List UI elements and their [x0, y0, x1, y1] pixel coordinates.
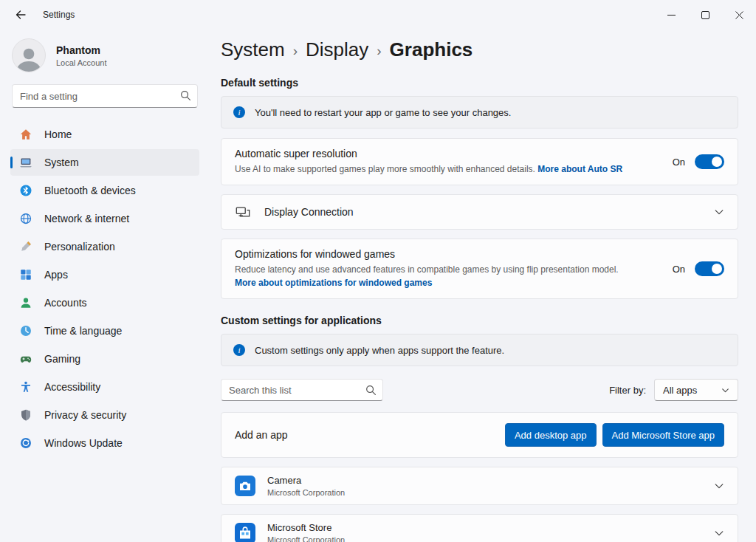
restart-info-banner: You'll need to restart your app or game … — [221, 96, 738, 128]
add-store-app-button[interactable]: Add Microsoft Store app — [602, 423, 724, 447]
auto-sr-description: Use AI to make supported games play more… — [235, 164, 535, 174]
sidebar-item-accounts[interactable]: Accounts — [10, 289, 199, 316]
apps-grid-icon — [19, 268, 32, 281]
app-list-search-input[interactable] — [221, 379, 383, 401]
app-row-camera[interactable]: Camera Microsoft Corporation — [221, 467, 738, 505]
close-button[interactable] — [722, 0, 756, 30]
shield-icon — [19, 408, 32, 422]
accounts-person-icon — [19, 296, 32, 309]
user-name: Phantom — [56, 44, 107, 56]
minimize-button[interactable] — [654, 0, 688, 30]
display-connection-title: Display Connection — [264, 206, 701, 218]
sidebar-item-accessibility[interactable]: Accessibility — [10, 374, 199, 400]
system-icon — [19, 156, 32, 169]
breadcrumb-system[interactable]: System — [221, 38, 285, 61]
sidebar-item-label: Privacy & security — [44, 409, 126, 421]
optimizations-title: Optimizations for windowed games — [235, 248, 655, 260]
auto-sr-card: Automatic super resolution Use AI to mak… — [221, 138, 738, 185]
window-title: Settings — [43, 10, 75, 20]
sidebar-item-privacy[interactable]: Privacy & security — [10, 402, 199, 428]
display-connection-card[interactable]: Display Connection — [221, 194, 738, 230]
close-icon — [735, 11, 743, 19]
chevron-down-icon[interactable] — [714, 207, 724, 217]
info-icon — [233, 106, 245, 118]
update-arrows-icon — [19, 436, 32, 450]
custom-settings-banner: Custom settings only apply when apps sup… — [221, 334, 738, 366]
sidebar-nav: Home System Bluetooth & devices Network … — [10, 121, 199, 456]
chevron-down-icon — [721, 386, 729, 394]
auto-sr-toggle[interactable] — [695, 154, 724, 169]
person-icon — [14, 44, 44, 72]
sidebar-item-label: System — [44, 157, 79, 168]
maximize-icon — [701, 11, 709, 19]
brush-icon — [19, 240, 32, 253]
arrow-left-icon — [15, 9, 27, 21]
back-button[interactable] — [7, 4, 34, 26]
sidebar: Phantom Local Account Home System Blueto… — [0, 30, 210, 542]
optimizations-more-link[interactable]: More about optimizations for windowed ga… — [235, 278, 432, 288]
add-app-card: Add an app Add desktop app Add Microsoft… — [221, 412, 738, 458]
auto-sr-title: Automatic super resolution — [235, 148, 655, 159]
sidebar-item-home[interactable]: Home — [10, 121, 199, 148]
auto-sr-more-link[interactable]: More about Auto SR — [537, 164, 622, 174]
chevron-down-icon[interactable] — [714, 481, 724, 491]
sidebar-item-label: Personalization — [44, 241, 115, 253]
sidebar-item-label: Gaming — [44, 353, 80, 365]
maximize-button[interactable] — [688, 0, 722, 30]
breadcrumb-separator: › — [293, 41, 298, 59]
optimizations-card: Optimizations for windowed games Reduce … — [221, 239, 738, 299]
optimizations-toggle[interactable] — [695, 261, 724, 276]
custom-settings-banner-text: Custom settings only apply when apps sup… — [255, 345, 504, 356]
settings-search-input[interactable] — [12, 84, 198, 108]
sidebar-item-system[interactable]: System — [10, 149, 199, 176]
add-desktop-app-button[interactable]: Add desktop app — [505, 423, 597, 447]
chevron-down-icon[interactable] — [714, 528, 724, 538]
avatar — [12, 38, 46, 72]
app-list-controls: Filter by: All apps — [221, 379, 738, 401]
optimizations-description: Reduce latency and use advanced features… — [235, 264, 619, 275]
breadcrumb-graphics: Graphics — [390, 38, 473, 61]
main-content: System › Display › Graphics Default sett… — [210, 30, 756, 542]
accessibility-person-icon — [19, 380, 32, 394]
game-controller-icon — [19, 352, 32, 366]
sidebar-item-label: Time & language — [44, 325, 122, 337]
sidebar-item-network[interactable]: Network & internet — [10, 205, 199, 232]
titlebar: Settings — [0, 0, 756, 30]
sidebar-item-bluetooth[interactable]: Bluetooth & devices — [10, 177, 199, 204]
user-profile[interactable]: Phantom Local Account — [10, 34, 199, 84]
sidebar-item-apps[interactable]: Apps — [10, 261, 199, 288]
sidebar-item-label: Apps — [44, 269, 68, 281]
app-list-search — [221, 379, 383, 401]
breadcrumb: System › Display › Graphics — [221, 38, 738, 61]
sidebar-item-gaming[interactable]: Gaming — [10, 346, 199, 372]
app-row-microsoft-store[interactable]: Microsoft Store Microsoft Corporation — [221, 514, 738, 542]
sidebar-item-windows-update[interactable]: Windows Update — [10, 430, 199, 456]
sidebar-item-label: Bluetooth & devices — [44, 185, 136, 196]
sidebar-item-label: Network & internet — [44, 213, 129, 224]
filter-dropdown-value: All apps — [663, 385, 697, 396]
microsoft-store-app-icon — [235, 523, 255, 542]
sidebar-item-time-language[interactable]: Time & language — [10, 318, 199, 344]
filter-by-label: Filter by: — [609, 385, 646, 396]
optimizations-toggle-label: On — [673, 264, 685, 275]
info-icon — [233, 344, 245, 356]
default-settings-heading: Default settings — [221, 77, 738, 89]
filter-dropdown[interactable]: All apps — [654, 379, 738, 401]
settings-search — [12, 84, 198, 108]
app-name: Microsoft Store — [267, 522, 701, 533]
auto-sr-toggle-label: On — [673, 157, 685, 168]
app-name: Camera — [267, 475, 701, 486]
breadcrumb-display[interactable]: Display — [306, 38, 368, 61]
sidebar-item-label: Accounts — [44, 297, 87, 309]
search-icon — [180, 90, 191, 101]
custom-settings-heading: Custom settings for applications — [221, 315, 738, 326]
sidebar-item-label: Accessibility — [44, 381, 100, 393]
app-publisher: Microsoft Corporation — [267, 535, 701, 542]
app-publisher: Microsoft Corporation — [267, 488, 701, 497]
add-app-label: Add an app — [235, 429, 288, 441]
camera-app-icon — [235, 476, 255, 496]
minimize-icon — [667, 11, 676, 19]
sidebar-item-personalization[interactable]: Personalization — [10, 233, 199, 260]
bluetooth-icon — [19, 184, 32, 197]
home-icon — [19, 128, 32, 141]
